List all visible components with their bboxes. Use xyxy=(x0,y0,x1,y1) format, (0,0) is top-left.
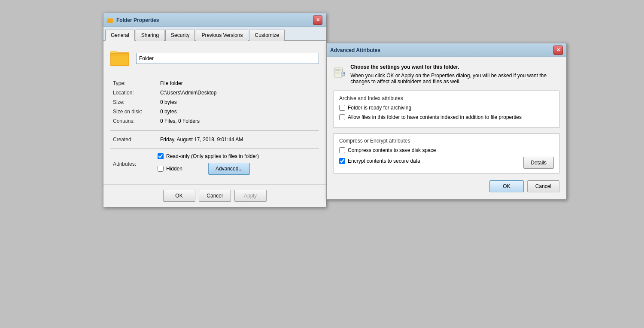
encrypt-details-row: Encrypt contents to secure data Details xyxy=(339,157,554,169)
created-label: Created: xyxy=(110,135,158,144)
advanced-button[interactable]: Advanced... xyxy=(208,163,250,175)
divider-2 xyxy=(110,130,319,131)
type-value: File folder xyxy=(158,79,319,88)
folder-props-tabs: General Sharing Security Previous Versio… xyxy=(103,27,326,41)
cancel-button[interactable]: Cancel xyxy=(199,190,231,202)
svg-rect-5 xyxy=(110,51,117,53)
adv-header-row: Choose the settings you want for this fo… xyxy=(334,64,559,85)
folder-props-titlebar: Folder Properties ✕ xyxy=(103,13,326,27)
location-label: Location: xyxy=(110,88,158,97)
divider-1 xyxy=(110,74,319,74)
index-checkbox[interactable] xyxy=(339,114,345,120)
folder-properties-window: Folder Properties ✕ General Sharing Secu… xyxy=(103,13,326,207)
attributes-row: Attributes: Read-only (Only applies to f… xyxy=(110,153,319,175)
attributes-label: Attributes: xyxy=(110,161,158,167)
archive-checkbox[interactable] xyxy=(339,105,345,111)
contains-value: 0 Files, 0 Folders xyxy=(158,116,319,126)
adv-description-line1: Choose the settings you want for this fo… xyxy=(350,64,559,70)
advanced-attrs-footer: OK Cancel xyxy=(334,180,559,192)
size-on-disk-row: Size on disk: 0 bytes xyxy=(110,107,319,116)
index-checkbox-row: Allow files in this folder to have conte… xyxy=(339,114,554,121)
contains-label: Contains: xyxy=(110,116,158,126)
hidden-checkbox[interactable] xyxy=(158,166,164,172)
adv-ok-button[interactable]: OK xyxy=(489,180,524,192)
ok-button[interactable]: OK xyxy=(163,190,195,202)
advanced-attrs-titlebar: Advanced Attributes ✕ xyxy=(327,43,566,57)
size-label: Size: xyxy=(110,97,158,107)
tab-general[interactable]: General xyxy=(105,30,135,41)
titlebar-folder-icon xyxy=(107,17,114,24)
tab-customize[interactable]: Customize xyxy=(249,30,285,41)
created-value: Friday, August 17, 2018, 9:01:44 AM xyxy=(158,135,319,144)
archive-label: Folder is ready for archiving xyxy=(348,105,411,112)
type-row: Type: File folder xyxy=(110,79,319,88)
apply-button[interactable]: Apply xyxy=(234,190,267,202)
folder-header xyxy=(110,48,319,69)
adv-titlebar-left: Advanced Attributes xyxy=(330,47,380,53)
folder-props-content: Type: File folder Location: C:\Users\Adm… xyxy=(103,41,326,184)
archive-checkbox-row: Folder is ready for archiving xyxy=(339,105,554,112)
compress-label: Compress contents to save disk space xyxy=(348,147,436,154)
size-on-disk-label: Size on disk: xyxy=(110,107,158,116)
size-value: 0 bytes xyxy=(158,97,319,107)
compress-checkbox-row: Compress contents to save disk space xyxy=(339,147,554,154)
hidden-row: Hidden xyxy=(158,166,182,172)
folder-name-input[interactable] xyxy=(136,53,319,64)
details-button[interactable]: Details xyxy=(523,157,554,169)
advanced-attributes-window: Advanced Attributes ✕ Choose the setting… xyxy=(326,43,567,200)
created-row: Created: Friday, August 17, 2018, 9:01:4… xyxy=(110,135,319,144)
folder-props-footer: OK Cancel Apply xyxy=(103,184,326,207)
attributes-controls: Read-only (Only applies to files in fold… xyxy=(158,153,259,175)
divider-3 xyxy=(110,149,319,149)
adv-attrs-icon xyxy=(334,64,345,81)
size-row: Size: 0 bytes xyxy=(110,97,319,107)
attributes-section: Attributes: Read-only (Only applies to f… xyxy=(110,153,319,175)
adv-description: Choose the settings you want for this fo… xyxy=(350,64,559,85)
readonly-row: Read-only (Only applies to files in fold… xyxy=(158,153,259,159)
hidden-label: Hidden xyxy=(166,166,182,172)
folder-props-close-button[interactable]: ✕ xyxy=(313,15,322,25)
type-label: Type: xyxy=(110,79,158,88)
location-row: Location: C:\Users\Admin\Desktop xyxy=(110,88,319,97)
folder-large-icon xyxy=(110,48,131,69)
svg-rect-2 xyxy=(107,18,109,19)
archive-index-section: Archive and Index attributes Folder is r… xyxy=(334,91,559,128)
compress-encrypt-section: Compress or Encrypt attributes Compress … xyxy=(334,133,559,173)
encrypt-label: Encrypt contents to secure data xyxy=(348,158,420,165)
compress-checkbox[interactable] xyxy=(339,147,345,153)
readonly-checkbox[interactable] xyxy=(158,153,164,159)
readonly-label: Read-only (Only applies to files in fold… xyxy=(166,153,259,159)
info-table: Type: File folder Location: C:\Users\Adm… xyxy=(110,79,319,126)
contains-row: Contains: 0 Files, 0 Folders xyxy=(110,116,319,126)
index-label: Allow files in this folder to have conte… xyxy=(348,114,522,121)
encrypt-checkbox[interactable] xyxy=(339,158,345,164)
compress-section-title: Compress or Encrypt attributes xyxy=(339,138,554,144)
advanced-attrs-title: Advanced Attributes xyxy=(330,47,380,53)
titlebar-left: Folder Properties xyxy=(107,17,159,24)
advanced-attrs-content: Choose the settings you want for this fo… xyxy=(327,57,566,199)
created-table: Created: Friday, August 17, 2018, 9:01:4… xyxy=(110,135,319,144)
advanced-attrs-close-button[interactable]: ✕ xyxy=(553,46,563,55)
location-value: C:\Users\Admin\Desktop xyxy=(158,88,319,97)
archive-section-title: Archive and Index attributes xyxy=(339,95,554,101)
size-on-disk-value: 0 bytes xyxy=(158,107,319,116)
adv-cancel-button[interactable]: Cancel xyxy=(527,180,559,192)
svg-rect-7 xyxy=(111,54,128,56)
tab-sharing[interactable]: Sharing xyxy=(136,30,164,41)
adv-description-line2: When you click OK or Apply on the Proper… xyxy=(350,73,559,85)
hidden-advanced-row: Hidden Advanced... xyxy=(158,163,259,175)
tab-security[interactable]: Security xyxy=(165,30,195,41)
folder-props-title: Folder Properties xyxy=(116,17,159,23)
tab-previous-versions[interactable]: Previous Versions xyxy=(196,30,248,41)
encrypt-checkbox-row: Encrypt contents to secure data xyxy=(339,158,420,165)
